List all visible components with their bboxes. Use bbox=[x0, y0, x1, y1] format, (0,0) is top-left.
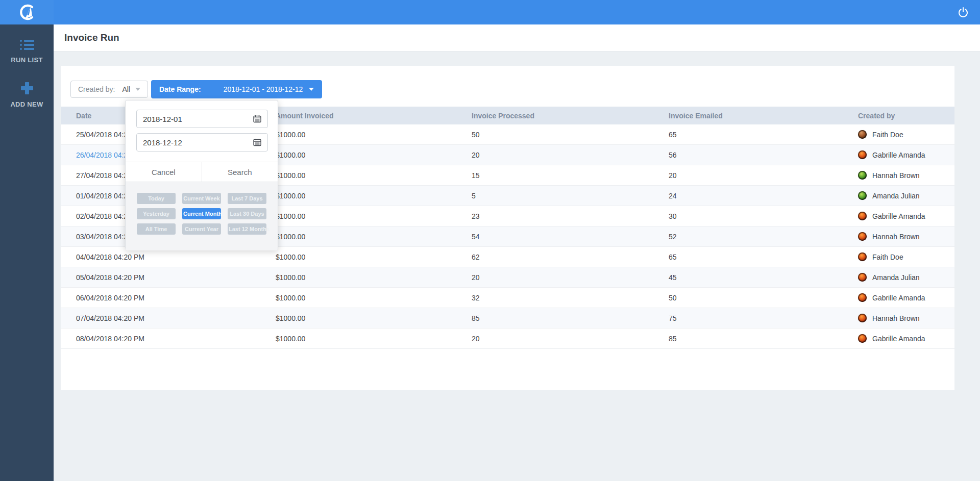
search-button[interactable]: Search bbox=[202, 162, 278, 182]
sidebar-nav: RUN LIST ADD NEW bbox=[0, 24, 54, 481]
created-by-name: Gabrille Amanda bbox=[872, 151, 925, 159]
created-by-cell: Gabrille Amanda bbox=[858, 150, 954, 159]
amount-invoiced-cell: $1000.00 bbox=[276, 233, 472, 241]
quick-range-button[interactable]: Last 12 Months bbox=[228, 223, 266, 235]
chevron-down-icon bbox=[135, 88, 140, 91]
created-by-name: Gabrille Amanda bbox=[872, 294, 925, 302]
run-date-link[interactable]: 07/04/2018 04:20 PM bbox=[76, 314, 276, 322]
sidebar-item-label: ADD NEW bbox=[0, 100, 54, 108]
invoice-emailed-cell: 24 bbox=[669, 192, 858, 200]
amount-invoiced-cell: $1000.00 bbox=[276, 212, 472, 220]
amount-invoiced-cell: $1000.00 bbox=[276, 151, 472, 159]
amount-invoiced-cell: $1000.00 bbox=[276, 273, 472, 282]
amount-invoiced-cell: $1000.00 bbox=[276, 294, 472, 302]
user-avatar bbox=[858, 314, 867, 322]
quick-range-button[interactable]: Current Week bbox=[182, 193, 221, 204]
amount-invoiced-cell: $1000.00 bbox=[276, 192, 472, 200]
column-header-invoice-processed: Invoice Processed bbox=[472, 112, 669, 120]
created-by-name: Faith Doe bbox=[872, 131, 903, 139]
user-avatar bbox=[858, 130, 867, 139]
amount-invoiced-cell: $1000.00 bbox=[276, 314, 472, 322]
power-icon bbox=[957, 6, 969, 18]
quick-range-section: Today Current Week Last 7 Days Yesterday… bbox=[126, 182, 278, 250]
invoice-emailed-cell: 85 bbox=[669, 335, 858, 343]
start-date-input[interactable] bbox=[136, 110, 268, 128]
created-by-name: Gabrille Amanda bbox=[872, 335, 925, 343]
table-row[interactable]: 05/04/2018 04:20 PM $1000.00 20 45 Amand… bbox=[61, 267, 954, 288]
created-by-name: Hannah Brown bbox=[872, 314, 920, 322]
created-by-name: Amanda Julian bbox=[872, 273, 920, 282]
column-header-created-by: Created by bbox=[858, 112, 954, 120]
run-list-icon bbox=[20, 40, 34, 52]
invoice-processed-cell: 20 bbox=[472, 335, 669, 343]
created-by-cell: Faith Doe bbox=[858, 252, 954, 261]
user-avatar bbox=[858, 334, 867, 343]
invoice-processed-cell: 23 bbox=[472, 212, 669, 220]
plus-icon bbox=[21, 82, 33, 94]
run-date-link[interactable]: 06/04/2018 04:20 PM bbox=[76, 294, 276, 302]
table-row[interactable]: 08/04/2018 04:20 PM $1000.00 20 85 Gabri… bbox=[61, 328, 954, 349]
quick-range-button[interactable]: Last 30 Days bbox=[228, 208, 266, 219]
created-by-cell: Amanda Julian bbox=[858, 273, 954, 282]
invoice-processed-cell: 32 bbox=[472, 294, 669, 302]
logout-power-button[interactable] bbox=[957, 6, 970, 19]
quick-range-button[interactable]: Last 7 Days bbox=[228, 193, 266, 204]
table-row[interactable]: 06/04/2018 04:20 PM $1000.00 32 50 Gabri… bbox=[61, 288, 954, 308]
invoice-processed-cell: 50 bbox=[472, 131, 669, 139]
date-range-label: Date Range: bbox=[159, 85, 201, 93]
picker-actions: Cancel Search bbox=[126, 162, 278, 182]
quick-range-button[interactable]: Current Year bbox=[182, 223, 221, 235]
page-title: Invoice Run bbox=[64, 32, 119, 43]
sidebar-item-add-new[interactable]: ADD NEW bbox=[0, 79, 54, 111]
invoice-emailed-cell: 20 bbox=[669, 171, 858, 180]
user-avatar bbox=[858, 293, 867, 302]
user-avatar bbox=[858, 150, 867, 159]
sidebar-item-label: RUN LIST bbox=[0, 56, 54, 64]
chevron-down-icon bbox=[309, 88, 314, 91]
run-date-link[interactable]: 08/04/2018 04:20 PM bbox=[76, 335, 276, 343]
user-avatar bbox=[858, 232, 867, 241]
amount-invoiced-cell: $1000.00 bbox=[276, 171, 472, 180]
user-avatar bbox=[858, 171, 867, 180]
app-logo[interactable] bbox=[0, 0, 54, 24]
invoice-emailed-cell: 50 bbox=[669, 294, 858, 302]
quick-range-button[interactable]: Today bbox=[137, 193, 176, 204]
user-avatar bbox=[858, 212, 867, 220]
table-row[interactable]: 07/04/2018 04:20 PM $1000.00 85 75 Hanna… bbox=[61, 308, 954, 328]
compass-logo-icon bbox=[17, 2, 37, 22]
invoice-emailed-cell: 45 bbox=[669, 273, 858, 282]
user-avatar bbox=[858, 191, 867, 200]
quick-range-button[interactable]: Current Month bbox=[182, 208, 221, 219]
invoice-processed-cell: 15 bbox=[472, 171, 669, 180]
column-header-amount-invoiced: Amount Invoiced bbox=[276, 112, 472, 120]
run-date-link[interactable]: 05/04/2018 04:20 PM bbox=[76, 273, 276, 282]
created-by-name: Hannah Brown bbox=[872, 171, 920, 180]
invoice-processed-cell: 5 bbox=[472, 192, 669, 200]
created-by-cell: Gabrille Amanda bbox=[858, 212, 954, 220]
created-by-dropdown[interactable]: Created by: All bbox=[70, 81, 148, 98]
end-date-input[interactable] bbox=[136, 133, 268, 151]
invoice-processed-cell: 85 bbox=[472, 314, 669, 322]
created-by-cell: Amanda Julian bbox=[858, 191, 954, 200]
page-header-bar: Invoice Run bbox=[54, 24, 980, 52]
run-date-link[interactable]: 04/04/2018 04:20 PM bbox=[76, 253, 276, 261]
date-range-value: 2018-12-01 - 2018-12-12 bbox=[224, 85, 303, 93]
sidebar-item-run-list[interactable]: RUN LIST bbox=[0, 37, 54, 67]
created-by-name: Hannah Brown bbox=[872, 233, 920, 241]
quick-range-button[interactable]: Yesterday bbox=[137, 208, 176, 219]
top-bar bbox=[0, 0, 980, 24]
cancel-button[interactable]: Cancel bbox=[126, 162, 202, 182]
created-by-cell: Hannah Brown bbox=[858, 171, 954, 180]
created-by-cell: Hannah Brown bbox=[858, 314, 954, 322]
invoice-emailed-cell: 30 bbox=[669, 212, 858, 220]
invoice-emailed-cell: 56 bbox=[669, 151, 858, 159]
amount-invoiced-cell: $1000.00 bbox=[276, 335, 472, 343]
quick-range-button[interactable]: All Time bbox=[137, 223, 176, 235]
created-by-cell: Faith Doe bbox=[858, 130, 954, 139]
date-range-dropdown-button[interactable]: Date Range: 2018-12-01 - 2018-12-12 bbox=[151, 80, 322, 98]
invoice-processed-cell: 62 bbox=[472, 253, 669, 261]
invoice-run-panel: Created by: All Date Range: 2018-12-01 -… bbox=[61, 66, 954, 390]
amount-invoiced-cell: $1000.00 bbox=[276, 131, 472, 139]
filter-bar: Created by: All Date Range: 2018-12-01 -… bbox=[70, 80, 322, 98]
created-by-name: Amanda Julian bbox=[872, 192, 920, 200]
